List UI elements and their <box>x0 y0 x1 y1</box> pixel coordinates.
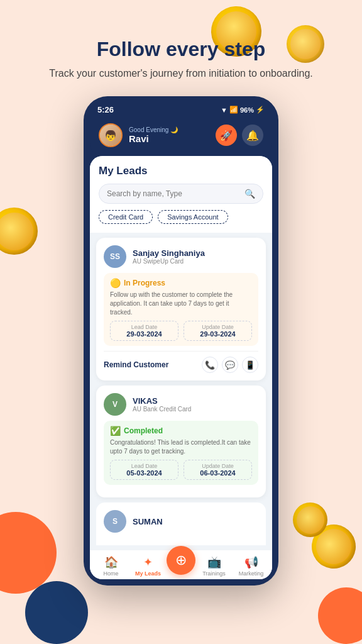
remind-row: Remind Customer 📞 💬 📱 <box>104 351 258 373</box>
search-bar[interactable]: 🔍 <box>99 184 263 204</box>
status-description-vikas: Congratulations! This lead is completed.… <box>110 438 252 456</box>
completed-icon: ✅ <box>110 426 121 436</box>
leads-header: My Leads 🔍 Credit Card Savings Account <box>90 156 272 233</box>
update-date-value-vikas: 06-03-2024 <box>189 469 246 477</box>
status-label-completed: ✅ Completed <box>110 426 252 436</box>
leads-list: SS Sanjay Singhaniya AU SwipeUp Card 🟡 I… <box>90 233 272 550</box>
deco-orange-bottom-left <box>0 512 57 594</box>
nav-item-home[interactable]: 🏠 Home <box>92 555 129 577</box>
trainings-label: Trainings <box>202 570 226 577</box>
deco-orange-bottom-right <box>318 587 362 644</box>
dates-row: Lead Date 29-03-2024 Update Date 29-03-2… <box>110 321 252 341</box>
lead-info: Sanjay Singhaniya AU SwipeUp Card <box>133 248 205 265</box>
home-icon: 🏠 <box>104 555 118 569</box>
search-input[interactable] <box>107 189 244 198</box>
status-icons: ▼ 📶 96% ⚡ <box>221 106 265 114</box>
nav-item-marketing[interactable]: 📢 Marketing <box>233 555 270 577</box>
in-progress-icon: 🟡 <box>110 278 121 288</box>
page-subtext: Track your customer's journey from initi… <box>25 66 337 81</box>
lead-info-suman: SUMAN <box>133 517 163 526</box>
lead-date-box: Lead Date 29-03-2024 <box>110 321 178 341</box>
completed-text: Completed <box>124 426 163 435</box>
update-date-value: 29-03-2024 <box>189 330 246 338</box>
lead-card-header-suman: S SUMAN <box>104 510 258 533</box>
signal-icon: 📶 <box>229 106 238 114</box>
update-date-box: Update Date 29-03-2024 <box>184 321 252 341</box>
filter-tab-credit-card[interactable]: Credit Card <box>99 210 153 224</box>
dates-row-vikas: Lead Date 05-03-2024 Update Date 06-03-2… <box>110 460 252 480</box>
leads-icon: ✦ <box>143 555 153 569</box>
lead-date-value: 29-03-2024 <box>116 330 173 338</box>
username: Ravi <box>129 133 178 144</box>
filter-tabs: Credit Card Savings Account <box>99 210 263 226</box>
coin-decoration-mid-left <box>0 208 38 255</box>
page-headline: Follow every step <box>25 38 337 61</box>
nav-item-trainings[interactable]: 📺 Trainings <box>195 555 233 577</box>
update-date-label-vikas: Update Date <box>189 463 246 469</box>
nav-center-button[interactable]: ⊕ <box>167 546 195 575</box>
lead-avatar-v: V <box>104 393 126 416</box>
status-box-completed: ✅ Completed Congratulations! This lead i… <box>104 421 258 485</box>
lead-card-header-vikas: V VIKAS AU Bank Credit Card <box>104 393 258 416</box>
lead-date-value-vikas: 05-03-2024 <box>116 469 173 477</box>
lead-avatar-ss: SS <box>104 245 126 268</box>
greeting-text: Good Evening 🌙 <box>129 126 178 133</box>
home-label: Home <box>103 570 118 577</box>
app-header: 👦 Good Evening 🌙 Ravi 🚀 🔔 <box>90 118 272 156</box>
in-progress-text: In Progress <box>124 279 165 287</box>
moon-icon: 🌙 <box>170 126 178 133</box>
remind-call-button[interactable]: 📞 <box>202 357 218 373</box>
marketing-label: Marketing <box>239 570 264 577</box>
battery-percent: 96% <box>240 106 254 114</box>
lead-name-vikas: VIKAS <box>133 396 191 406</box>
avatar-image: 👦 <box>100 125 121 146</box>
lead-date-box-vikas: Lead Date 05-03-2024 <box>110 460 178 480</box>
lead-date-label-vikas: Lead Date <box>116 463 173 469</box>
lead-date-label: Lead Date <box>116 324 173 330</box>
status-label-in-progress: 🟡 In Progress <box>110 278 252 288</box>
page-header: Follow every step Track your customer's … <box>0 0 362 96</box>
status-bar: 5:26 ▼ 📶 96% ⚡ <box>90 105 272 118</box>
lead-info-vikas: VIKAS AU Bank Credit Card <box>133 396 191 413</box>
wifi-icon: ▼ <box>221 106 228 114</box>
remind-customer-label: Remind Customer <box>104 360 168 369</box>
status-box-in-progress: 🟡 In Progress Follow up with the custome… <box>104 273 258 346</box>
remind-message-button[interactable]: 💬 <box>222 357 238 373</box>
deco-teal-bottom-left <box>25 581 88 644</box>
avatar: 👦 <box>99 123 123 147</box>
lead-avatar-s: S <box>104 510 126 533</box>
marketing-icon: 📢 <box>244 555 258 569</box>
lead-card-sanjay: SS Sanjay Singhaniya AU SwipeUp Card 🟡 I… <box>96 238 266 380</box>
lead-card-header: SS Sanjay Singhaniya AU SwipeUp Card <box>104 245 258 268</box>
bell-icon: 🔔 <box>246 130 259 142</box>
status-description: Follow up with the customer to complete … <box>110 291 252 317</box>
filter-tab-savings-account[interactable]: Savings Account <box>158 210 228 224</box>
coin-decoration-bottom-right2 <box>293 502 327 537</box>
lead-card-suman: S SUMAN <box>96 502 266 545</box>
rocket-icon: 🚀 <box>220 130 233 142</box>
lead-product: AU SwipeUp Card <box>133 258 205 265</box>
rocket-button[interactable]: 🚀 <box>216 125 237 146</box>
remind-actions: 📞 💬 📱 <box>202 357 258 373</box>
trainings-icon: 📺 <box>207 555 221 569</box>
user-info: Good Evening 🌙 Ravi <box>129 126 178 144</box>
leads-title: My Leads <box>99 165 263 177</box>
battery-icon: ⚡ <box>256 106 265 114</box>
remind-whatsapp-button[interactable]: 📱 <box>242 357 258 373</box>
status-time: 5:26 <box>97 105 114 114</box>
header-left: 👦 Good Evening 🌙 Ravi <box>99 123 178 147</box>
lead-card-vikas: V VIKAS AU Bank Credit Card ✅ Completed … <box>96 386 266 497</box>
my-leads-label: My Leads <box>135 570 161 577</box>
lead-product-vikas: AU Bank Credit Card <box>133 406 191 413</box>
lead-name-suman: SUMAN <box>133 517 163 526</box>
add-icon: ⊕ <box>175 552 187 569</box>
bell-button[interactable]: 🔔 <box>242 125 263 146</box>
nav-item-my-leads[interactable]: ✦ My Leads <box>129 555 167 577</box>
phone-content: My Leads 🔍 Credit Card Savings Account S… <box>90 156 272 579</box>
bottom-nav: 🏠 Home ✦ My Leads ⊕ 📺 Trainings 📢 Market… <box>90 550 272 579</box>
update-date-label: Update Date <box>189 324 246 330</box>
phone-shell: 5:26 ▼ 📶 96% ⚡ 👦 Good Evening 🌙 Ravi 🚀 <box>84 96 278 586</box>
lead-name: Sanjay Singhaniya <box>133 248 205 258</box>
update-date-box-vikas: Update Date 06-03-2024 <box>184 460 252 480</box>
header-right: 🚀 🔔 <box>216 125 263 146</box>
